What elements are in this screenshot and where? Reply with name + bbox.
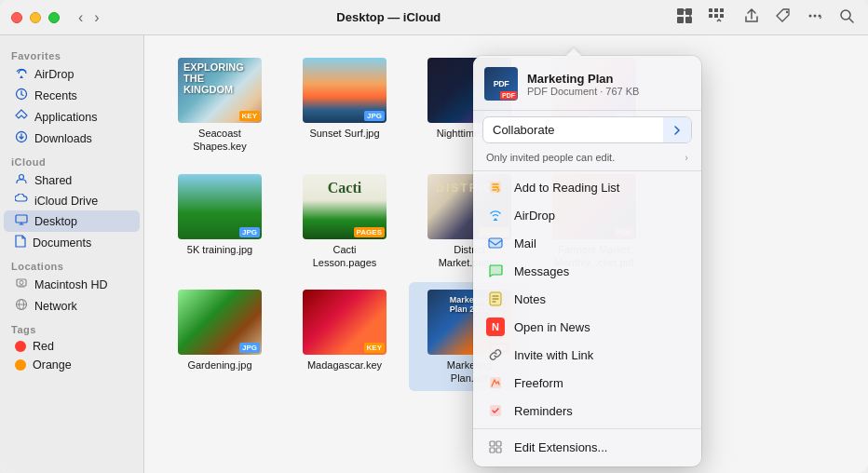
view-options-button[interactable] — [706, 6, 730, 30]
sidebar-item-label: Documents — [33, 236, 91, 250]
applications-icon — [15, 109, 28, 125]
content-area: Favorites AirDrop — [0, 35, 868, 473]
file-thumbnail: JPG — [303, 58, 387, 123]
search-button[interactable] — [836, 6, 857, 30]
collaborate-chevron[interactable] — [663, 117, 691, 142]
invited-only-row: Only invited people can edit. › — [473, 149, 701, 171]
back-button[interactable]: ‹ — [75, 8, 87, 27]
svg-rect-6 — [720, 8, 724, 12]
file-name: Madagascar.key — [307, 358, 382, 372]
sidebar-item-label: Desktop — [34, 215, 77, 228]
network-icon — [15, 298, 28, 314]
collaborate-button[interactable]: Collaborate — [483, 117, 663, 142]
toolbar-right — [674, 6, 857, 30]
sidebar-item-recents[interactable]: Recents — [4, 85, 140, 106]
file-name: CactiLesson.pages — [313, 243, 377, 270]
collaborate-row: Collaborate — [482, 116, 692, 143]
news-menu-icon: N — [486, 318, 505, 336]
file-badge: PAGES — [354, 227, 385, 237]
file-thumbnail: JPG — [178, 174, 262, 239]
sidebar-item-label: Shared — [34, 174, 72, 187]
locations-label: Locations — [0, 253, 143, 274]
file-thumbnail: KEY — [303, 290, 387, 355]
menu-item-label: AirDrop — [514, 209, 555, 223]
menu-item-label: Messages — [514, 264, 569, 278]
recents-icon — [15, 88, 28, 103]
macintosh-hd-icon — [15, 277, 28, 292]
menu-item-label: Add to Reading List — [514, 181, 619, 195]
path-title: Desktop — iCloud — [103, 10, 674, 24]
icloud-drive-icon — [15, 194, 28, 208]
menu-item-label: Mail — [514, 236, 536, 250]
file-thumbnail: EXPLORINGTHEKINGDOM KEY — [178, 58, 262, 123]
sidebar-item-macintosh-hd[interactable]: Macintosh HD — [4, 274, 140, 295]
edit-extensions-item[interactable]: Edit Extensions... — [473, 433, 701, 461]
svg-rect-33 — [496, 441, 501, 446]
menu-item-mail[interactable]: Mail — [473, 229, 701, 257]
file-item-5k[interactable]: JPG 5K training.jpg — [159, 167, 280, 276]
more-button[interactable] — [805, 6, 825, 30]
extensions-icon — [486, 438, 505, 456]
cacti-text: Cacti — [328, 180, 361, 196]
airdrop-menu-icon — [486, 206, 505, 224]
maximize-button[interactable] — [48, 12, 60, 23]
file-item-gardening[interactable]: JPG Gardening.jpg — [159, 282, 280, 391]
sidebar-item-applications[interactable]: Applications — [4, 106, 140, 128]
sidebar-item-icloud-drive[interactable]: iCloud Drive — [4, 191, 140, 210]
file-badge: JPG — [239, 343, 260, 353]
file-badge: KEY — [364, 343, 385, 353]
sidebar-item-network[interactable]: Network — [4, 295, 140, 317]
sidebar-item-shared[interactable]: Shared — [4, 169, 140, 191]
close-button[interactable] — [11, 12, 22, 23]
menu-item-invite-link[interactable]: Invite with Link — [473, 341, 701, 369]
sidebar-item-label: AirDrop — [34, 68, 74, 81]
file-item-cacti[interactable]: Cacti PAGES CactiLesson.pages — [284, 167, 405, 276]
svg-rect-2 — [677, 17, 684, 23]
svg-rect-0 — [677, 8, 684, 15]
forward-button[interactable]: › — [90, 8, 102, 27]
messages-menu-icon — [486, 262, 505, 280]
sidebar-item-label: iCloud Drive — [34, 195, 98, 208]
menu-item-news[interactable]: N Open in News — [473, 313, 701, 341]
menu-item-freeform[interactable]: Freeform — [473, 369, 701, 397]
share-button[interactable] — [741, 6, 762, 30]
invited-only-chevron: › — [685, 152, 688, 163]
popover-file-name: Marketing Plan — [527, 72, 690, 86]
sidebar-item-label: Orange — [33, 358, 72, 372]
menu-item-label: Invite with Link — [514, 348, 593, 362]
reminders-menu-icon — [486, 401, 505, 420]
svg-point-18 — [20, 175, 24, 180]
sidebar: Favorites AirDrop — [0, 35, 144, 473]
menu-item-messages[interactable]: Messages — [473, 257, 701, 285]
file-name: Gardening.jpg — [187, 358, 251, 372]
file-item-madagascar[interactable]: KEY Madagascar.key — [284, 282, 405, 391]
sidebar-item-documents[interactable]: Documents — [4, 232, 140, 253]
menu-item-airdrop[interactable]: AirDrop — [473, 201, 701, 229]
sidebar-item-tag-orange[interactable]: Orange — [4, 356, 140, 374]
popover-divider — [473, 428, 701, 429]
svg-rect-31 — [490, 405, 501, 416]
sidebar-item-tag-red[interactable]: Red — [4, 337, 140, 356]
svg-rect-4 — [709, 8, 712, 12]
svg-rect-3 — [685, 17, 692, 23]
sidebar-item-label: Downloads — [34, 132, 92, 145]
titlebar: ‹ › Desktop — iCloud — [0, 0, 868, 35]
sidebar-item-airdrop[interactable]: AirDrop — [4, 63, 140, 85]
menu-item-notes[interactable]: Notes — [473, 285, 701, 313]
tag-button[interactable] — [773, 6, 793, 30]
minimize-button[interactable] — [30, 12, 41, 23]
menu-item-reminders[interactable]: Reminders — [473, 397, 701, 425]
file-name: Sunset Surf.jpg — [309, 127, 379, 140]
sidebar-item-desktop[interactable]: Desktop — [4, 210, 140, 232]
svg-line-15 — [849, 19, 853, 22]
airdrop-icon — [15, 66, 28, 82]
svg-point-21 — [20, 281, 23, 285]
view-grid-button[interactable] — [674, 6, 695, 30]
file-item-seacoast[interactable]: EXPLORINGTHEKINGDOM KEY SeacoastShapes.k… — [159, 50, 280, 159]
red-tag-dot — [15, 341, 26, 352]
file-item-sunset[interactable]: JPG Sunset Surf.jpg — [284, 50, 405, 159]
file-thumbnail: JPG — [178, 290, 262, 355]
menu-item-reading-list[interactable]: Add to Reading List — [473, 173, 701, 201]
menu-item-label: Notes — [514, 292, 546, 306]
sidebar-item-downloads[interactable]: Downloads — [4, 128, 140, 149]
